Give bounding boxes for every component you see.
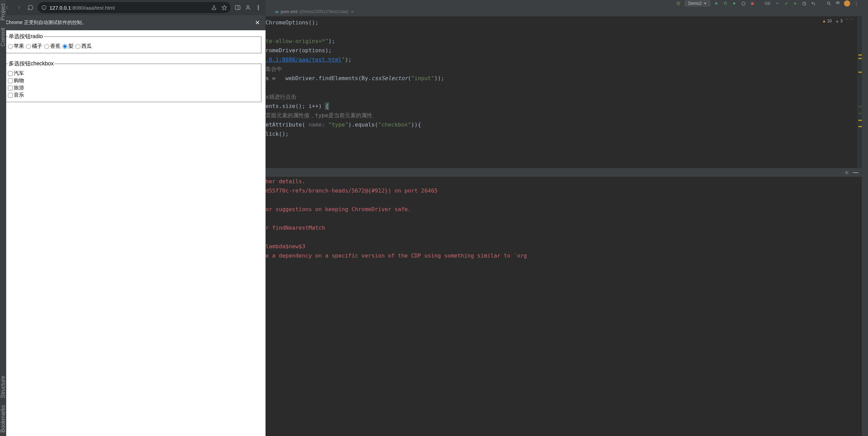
forward-button[interactable] bbox=[14, 3, 23, 12]
console-line bbox=[266, 232, 862, 242]
ide-menu-icon[interactable]: ⋮ bbox=[854, 1, 859, 6]
bookmark-icon[interactable] bbox=[222, 5, 227, 10]
run-settings-icon[interactable] bbox=[844, 170, 849, 175]
account-avatar[interactable] bbox=[844, 0, 850, 7]
git-label: Git: bbox=[765, 1, 771, 6]
sidebar-tab-commit[interactable]: Commit bbox=[0, 28, 6, 46]
code-line: s = webDriver.findElements(By.cssSelecto… bbox=[266, 74, 862, 83]
radio-option[interactable]: 香蕉 bbox=[44, 43, 60, 50]
side-panel-icon[interactable] bbox=[233, 3, 242, 12]
code-line: lick(); bbox=[266, 129, 862, 139]
checkbox-option[interactable]: 汽车 bbox=[8, 70, 258, 77]
radio-option[interactable]: 西瓜 bbox=[76, 43, 92, 50]
console-line: or suggestions on keeping ChromeDriver s… bbox=[266, 205, 862, 214]
tab-qualifier: (Demo230512TestCode) bbox=[300, 9, 348, 14]
run-tool-window-header: — bbox=[266, 168, 862, 177]
code-line bbox=[266, 27, 862, 36]
build-icon[interactable] bbox=[676, 1, 681, 6]
radio-input[interactable] bbox=[76, 44, 80, 49]
radio-legend: 单选按钮radio bbox=[8, 33, 44, 40]
checkbox-fieldset: 多选按钮checkbox 汽车购物旅游音乐 bbox=[4, 60, 261, 102]
radio-label: 橘子 bbox=[32, 43, 42, 50]
git-commit-icon[interactable] bbox=[784, 1, 789, 6]
console-line bbox=[266, 214, 862, 223]
git-update-icon[interactable] bbox=[775, 1, 780, 6]
coverage-icon[interactable] bbox=[732, 1, 737, 6]
menu-icon[interactable] bbox=[254, 3, 263, 12]
git-rollback-icon[interactable] bbox=[810, 1, 816, 6]
sidebar-tab-bookmarks[interactable]: Bookmarks bbox=[0, 405, 6, 433]
run-config-name: Demo2 bbox=[688, 1, 702, 6]
git-history-icon[interactable] bbox=[801, 1, 807, 6]
profile-run-icon[interactable] bbox=[741, 1, 746, 6]
sidebar-tab-structure[interactable]: Structure bbox=[0, 376, 6, 398]
radio-input[interactable] bbox=[63, 44, 67, 49]
code-line: .0.1:8080/aaa/test.html"); bbox=[266, 55, 862, 64]
svg-point-7 bbox=[247, 6, 249, 8]
radio-input[interactable] bbox=[26, 44, 31, 49]
run-console[interactable]: her details.d55f70c-refs/branch-heads/56… bbox=[266, 177, 862, 436]
code-line: x就进行点击 bbox=[266, 92, 862, 101]
infobar-text: Chrome 正受到自动测试软件的控制。 bbox=[5, 20, 87, 26]
tab-close-icon[interactable]: × bbox=[351, 9, 354, 14]
profile-icon[interactable] bbox=[244, 3, 252, 12]
prev-highlight-icon[interactable]: ˆ bbox=[846, 19, 847, 23]
svg-rect-3 bbox=[212, 8, 216, 10]
console-line: r findNearestMatch bbox=[266, 223, 862, 232]
checkbox-input[interactable] bbox=[8, 86, 13, 90]
svg-point-17 bbox=[742, 2, 745, 5]
checkbox-label: 旅游 bbox=[14, 85, 24, 91]
svg-point-21 bbox=[827, 2, 830, 4]
code-line: ChromeOptions(); bbox=[266, 18, 862, 27]
editor-error-stripe[interactable] bbox=[857, 17, 862, 168]
run-config-selector[interactable]: Demo2 ▼ bbox=[685, 0, 711, 7]
url-text: 127.0.0.1:8080/aaa/test.html bbox=[49, 5, 115, 11]
svg-marker-11 bbox=[715, 2, 718, 5]
checkbox-input[interactable] bbox=[8, 71, 13, 76]
debug-icon[interactable] bbox=[723, 1, 728, 6]
svg-rect-5 bbox=[235, 6, 240, 10]
settings-icon[interactable] bbox=[835, 1, 841, 6]
checkbox-label: 汽车 bbox=[14, 70, 24, 77]
radio-label: 香蕉 bbox=[50, 43, 60, 50]
console-line: e a dependency on a specific version of … bbox=[266, 251, 862, 260]
infobar-close-icon[interactable]: ✕ bbox=[255, 19, 260, 26]
code-line: 页面元素的属性值，type是当前元素的属性 bbox=[266, 111, 862, 120]
checkbox-input[interactable] bbox=[8, 93, 13, 98]
code-editor[interactable]: ChromeOptions(); te-allow-origins=*");ro… bbox=[266, 17, 862, 143]
checkbox-option[interactable]: 音乐 bbox=[8, 92, 258, 98]
radio-option[interactable]: 梨 bbox=[63, 43, 74, 50]
search-everywhere-icon[interactable] bbox=[826, 1, 832, 6]
run-hide-icon[interactable]: — bbox=[853, 170, 858, 175]
editor-area[interactable]: 10 3 ˆ ˇ ChromeOptions(); te-allow-origi… bbox=[266, 17, 862, 168]
next-highlight-icon[interactable]: ˇ bbox=[851, 19, 852, 23]
ide-main-toolbar: Demo2 ▼ Git: ⋮ bbox=[266, 0, 862, 7]
checkbox-option[interactable]: 旅游 bbox=[8, 85, 258, 91]
inspection-widget[interactable]: 10 3 ˆ ˇ bbox=[822, 19, 852, 23]
site-info-icon[interactable] bbox=[41, 5, 47, 10]
checkbox-list: 汽车购物旅游音乐 bbox=[8, 70, 258, 98]
checkbox-input[interactable] bbox=[8, 78, 13, 83]
automation-infobar: Chrome 正受到自动测试软件的控制。 ✕ bbox=[0, 15, 266, 30]
ide-panel: Demo2 ▼ Git: ⋮ m pom.xml ( bbox=[266, 0, 868, 436]
reload-button[interactable] bbox=[26, 3, 35, 12]
console-line: d55f70c-refs/branch-heads/5672@{#912}) o… bbox=[266, 186, 862, 195]
sidebar-tab-project[interactable]: Project bbox=[0, 3, 6, 21]
checkbox-label: 音乐 bbox=[14, 92, 24, 98]
radio-input[interactable] bbox=[44, 44, 49, 49]
radio-option[interactable]: 苹果 bbox=[8, 43, 24, 50]
git-push-icon[interactable] bbox=[792, 1, 798, 6]
share-icon[interactable] bbox=[211, 5, 217, 10]
svg-line-22 bbox=[830, 4, 831, 5]
radio-label: 西瓜 bbox=[81, 43, 92, 50]
page-content: 单选按钮radio 苹果橘子香蕉梨西瓜 多选按钮checkbox 汽车购物旅游音… bbox=[0, 30, 266, 436]
radio-input[interactable] bbox=[8, 44, 13, 49]
stop-icon[interactable] bbox=[749, 1, 755, 6]
run-icon[interactable] bbox=[714, 1, 719, 6]
radio-option[interactable]: 橘子 bbox=[26, 43, 42, 50]
editor-tab-pom[interactable]: m pom.xml (Demo230512TestCode) × bbox=[272, 7, 357, 17]
svg-rect-18 bbox=[751, 2, 754, 4]
checkbox-option[interactable]: 购物 bbox=[8, 77, 258, 84]
code-line: te-allow-origins=*"); bbox=[266, 36, 862, 46]
address-bar[interactable]: 127.0.0.1:8080/aaa/test.html bbox=[38, 2, 230, 13]
